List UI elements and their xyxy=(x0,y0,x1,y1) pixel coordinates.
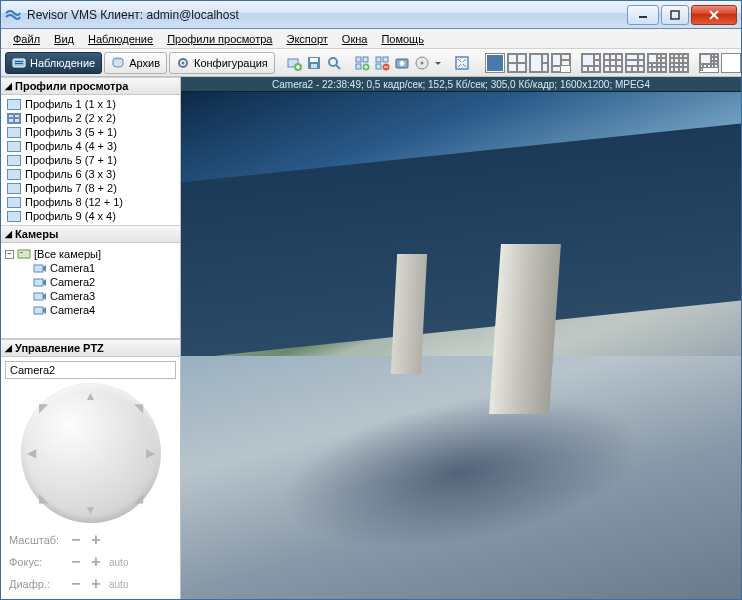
ptz-iris-label: Диафр.: xyxy=(9,578,63,590)
profile-item[interactable]: Профиль 8 (12 + 1) xyxy=(1,195,180,209)
svg-line-18 xyxy=(336,65,340,69)
ptz-camera-select[interactable]: Camera2 xyxy=(5,361,176,379)
menu-file[interactable]: Файл xyxy=(7,31,46,47)
tool-disc[interactable] xyxy=(413,52,431,74)
profile-item[interactable]: Профиль 6 (3 x 3) xyxy=(1,167,180,181)
ptz-header[interactable]: ◢Управление PTZ xyxy=(1,339,180,357)
joy-down-icon: ▼ xyxy=(85,503,97,517)
layout-3x3[interactable] xyxy=(603,53,623,73)
tool-save[interactable] xyxy=(305,52,323,74)
close-button[interactable] xyxy=(691,5,737,25)
ptz-joystick[interactable]: ▲ ▼ ◀ ▶ ◥ ◤ ◢ ◣ xyxy=(21,383,161,523)
svg-rect-38 xyxy=(34,279,43,286)
focus-auto-button[interactable]: auto xyxy=(109,557,128,568)
svg-rect-6 xyxy=(15,63,23,64)
camera-item[interactable]: Camera4 xyxy=(5,303,176,317)
layout-icon xyxy=(7,211,21,222)
tool-add[interactable] xyxy=(285,52,303,74)
layout-8p2[interactable] xyxy=(625,53,645,73)
tree-root[interactable]: − [Все камеры] xyxy=(5,247,176,261)
focus-near-button[interactable]: − xyxy=(69,553,83,571)
profiles-list: Профиль 1 (1 x 1) Профиль 2 (2 x 2) Проф… xyxy=(1,95,180,225)
iris-open-button[interactable]: + xyxy=(89,575,103,593)
focus-far-button[interactable]: + xyxy=(89,553,103,571)
cameras-tree: − [Все камеры] Camera1 Camera2 Camera3 C… xyxy=(1,243,180,338)
layout-icon xyxy=(7,141,21,152)
camera-item[interactable]: Camera3 xyxy=(5,289,176,303)
svg-rect-34 xyxy=(456,57,468,69)
gear-icon xyxy=(176,56,190,70)
cameras-header[interactable]: ◢Камеры xyxy=(1,225,180,243)
profile-item[interactable]: Профиль 7 (8 + 2) xyxy=(1,181,180,195)
svg-rect-35 xyxy=(18,250,30,258)
iris-close-button[interactable]: − xyxy=(69,575,83,593)
expand-icon[interactable]: − xyxy=(5,250,14,259)
server-icon xyxy=(17,248,31,260)
profile-item[interactable]: Профиль 9 (4 x 4) xyxy=(1,209,180,223)
svg-rect-27 xyxy=(376,64,381,69)
camera-icon xyxy=(33,263,47,274)
camera-icon xyxy=(33,305,47,316)
layout-5p1[interactable] xyxy=(529,53,549,73)
minimize-button[interactable] xyxy=(627,5,659,25)
tab-surveillance[interactable]: Наблюдение xyxy=(5,52,102,74)
app-window: Revisor VMS Клиент: admin@localhost Файл… xyxy=(0,0,742,600)
layout-icon xyxy=(7,113,21,124)
joy-se-icon: ◢ xyxy=(134,491,143,505)
menu-windows[interactable]: Окна xyxy=(336,31,374,47)
tab-surveillance-label: Наблюдение xyxy=(30,57,95,69)
menu-view[interactable]: Вид xyxy=(48,31,80,47)
tab-archive-label: Архив xyxy=(129,57,160,69)
svg-rect-36 xyxy=(20,252,23,253)
svg-point-33 xyxy=(420,61,423,64)
maximize-button[interactable] xyxy=(661,5,689,25)
svg-rect-39 xyxy=(34,293,43,300)
svg-point-17 xyxy=(329,58,337,66)
layout-buttons xyxy=(485,53,742,73)
layout-2x2[interactable] xyxy=(507,53,527,73)
layout-big1[interactable] xyxy=(699,53,719,73)
camera-icon xyxy=(33,291,47,302)
window-title: Revisor VMS Клиент: admin@localhost xyxy=(27,8,625,22)
camera-item[interactable]: Camera2 xyxy=(5,275,176,289)
svg-rect-37 xyxy=(34,265,43,272)
zoom-in-button[interactable]: + xyxy=(89,531,103,549)
joy-sw-icon: ◣ xyxy=(39,491,48,505)
layout-7p1[interactable] xyxy=(581,53,601,73)
ptz-zoom-label: Масштаб: xyxy=(9,534,63,546)
ptz-panel: ◢Управление PTZ Camera2 ▲ ▼ ◀ ▶ ◥ ◤ ◢ ◣ xyxy=(1,338,180,599)
tab-archive[interactable]: Архив xyxy=(104,52,167,74)
zoom-out-button[interactable]: − xyxy=(69,531,83,549)
menu-profiles[interactable]: Профили просмотра xyxy=(161,31,278,47)
profile-item[interactable]: Профиль 5 (7 + 1) xyxy=(1,153,180,167)
camera-video-feed[interactable] xyxy=(181,92,741,599)
iris-auto-button[interactable]: auto xyxy=(109,579,128,590)
tool-search[interactable] xyxy=(325,52,343,74)
tool-grid-add[interactable] xyxy=(353,52,371,74)
tool-fullscreen[interactable] xyxy=(453,52,471,74)
tab-config[interactable]: Конфигурация xyxy=(169,52,275,74)
profiles-header[interactable]: ◢Профили просмотра xyxy=(1,77,180,95)
layout-icon xyxy=(7,169,21,180)
tool-dropdown[interactable] xyxy=(433,52,443,74)
ptz-focus-label: Фокус: xyxy=(9,556,63,568)
profile-item[interactable]: Профиль 4 (4 + 3) xyxy=(1,139,180,153)
layout-4x4[interactable] xyxy=(669,53,689,73)
layout-12p1[interactable] xyxy=(647,53,667,73)
layout-1x1[interactable] xyxy=(485,53,505,73)
ptz-focus-row: Фокус: − + auto xyxy=(5,551,176,573)
tool-grid-remove[interactable] xyxy=(373,52,391,74)
joy-nw-icon: ◤ xyxy=(39,401,48,415)
layout-4p3[interactable] xyxy=(551,53,571,73)
tool-snapshot[interactable] xyxy=(393,52,411,74)
menu-help[interactable]: Помощь xyxy=(375,31,430,47)
menu-surveillance[interactable]: Наблюдение xyxy=(82,31,159,47)
camera-item[interactable]: Camera1 xyxy=(5,261,176,275)
titlebar[interactable]: Revisor VMS Клиент: admin@localhost xyxy=(1,1,741,29)
menu-export[interactable]: Экспорт xyxy=(280,31,333,47)
profile-item[interactable]: Профиль 2 (2 x 2) xyxy=(1,111,180,125)
svg-rect-21 xyxy=(356,64,361,69)
profile-item[interactable]: Профиль 1 (1 x 1) xyxy=(1,97,180,111)
profile-item[interactable]: Профиль 3 (5 + 1) xyxy=(1,125,180,139)
layout-5x5[interactable] xyxy=(721,53,741,73)
